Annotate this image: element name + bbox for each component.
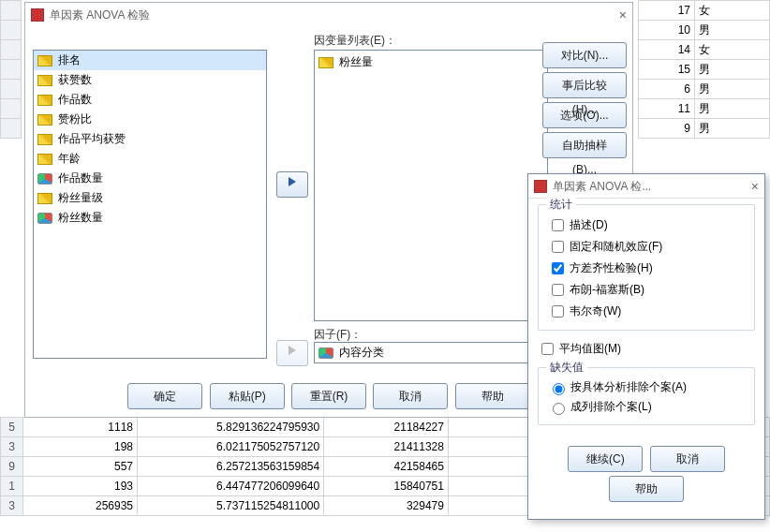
source-item[interactable]: 年龄 [34,149,266,169]
scale-icon [37,75,52,86]
cell[interactable]: 329479 [324,496,449,516]
variable-label: 粉丝量级 [58,190,103,206]
cancel-button[interactable]: 取消 [373,383,448,409]
nominal-icon [37,173,52,185]
cell[interactable]: 6 [639,80,695,99]
cell[interactable]: 256935 [23,496,138,516]
nominal-icon [37,213,52,224]
row-header[interactable]: 5 [1,418,23,437]
cell[interactable]: 14 [639,40,695,60]
dependent-item[interactable]: 粉丝量 [318,52,543,72]
reset-button[interactable]: 重置(R) [291,383,366,409]
cell[interactable]: 5.829136224795930 [138,418,324,437]
source-item[interactable]: 赞粉比 [34,110,266,129]
exclude-analysis-radio[interactable]: 按具体分析排除个案(A) [548,379,745,395]
options-help-button[interactable]: 帮助 [609,476,684,502]
cell[interactable]: 11 [639,99,695,119]
posthoc-button[interactable]: 事后比较(H)... [542,72,627,98]
scale-icon [37,134,52,145]
row-header[interactable] [1,99,22,119]
cell[interactable]: 1118 [23,418,138,437]
row-header[interactable] [1,40,22,60]
row-header[interactable] [1,1,22,21]
scale-icon [37,154,52,165]
cell[interactable]: 男 [695,119,770,139]
cell[interactable]: 6.447477206099640 [138,477,324,496]
dependent-variable-list[interactable]: 粉丝量 [314,50,548,321]
close-icon[interactable]: × [751,174,759,199]
brown-forsythe-checkbox[interactable]: 布朗-福塞斯(B) [548,281,745,299]
row-header[interactable]: 1 [1,477,23,496]
missing-values-group: 缺失值 按具体分析排除个案(A) 成列排除个案(L) [538,367,755,425]
mean-plot-checkbox[interactable]: 平均值图(M) [538,340,755,358]
row-header[interactable] [1,80,22,99]
variable-label: 粉丝数量 [58,210,103,226]
cell[interactable]: 17 [639,1,695,21]
factor-field[interactable]: 内容分类 [314,342,548,363]
help-button[interactable]: 帮助 [455,383,530,409]
scale-icon [318,57,333,68]
statistics-group-label: 统计 [546,197,576,213]
row-header[interactable] [1,119,22,139]
continue-button[interactable]: 继续(C) [568,446,643,472]
source-variable-list[interactable]: 排名获赞数作品数赞粉比作品平均获赞年龄作品数量粉丝量级粉丝数量 [33,50,267,359]
row-header[interactable]: 3 [1,496,23,516]
variable-label: 排名 [58,52,81,68]
cell[interactable]: 21411328 [324,437,449,457]
variable-label: 年龄 [58,151,81,167]
exclude-listwise-radio[interactable]: 成列排除个案(L) [548,399,745,415]
options-button[interactable]: 选项(O)... [542,102,627,128]
describe-checkbox[interactable]: 描述(D) [548,216,745,234]
app-icon [534,180,547,193]
dialog-title-text: 单因素 ANOVA 检验 [50,3,150,27]
missing-values-group-label: 缺失值 [546,360,587,376]
homogeneity-checkbox[interactable]: 方差齐性检验(H) [548,259,745,277]
move-to-factor-button[interactable] [276,340,308,366]
cell[interactable]: 10 [639,21,695,40]
variable-label: 作品数量 [58,170,103,186]
cell[interactable]: 5.737115254811000 [138,496,324,516]
source-item[interactable]: 排名 [34,51,266,70]
row-header[interactable]: 9 [1,457,23,477]
ok-button[interactable]: 确定 [127,383,202,409]
source-item[interactable]: 获赞数 [34,70,266,90]
source-item[interactable]: 粉丝量级 [34,188,266,208]
variable-label: 作品数 [58,92,92,108]
move-to-dependent-button[interactable] [276,171,308,198]
paste-button[interactable]: 粘贴(P) [210,383,285,409]
cell[interactable]: 15840751 [324,477,449,496]
cell[interactable]: 557 [23,457,138,477]
source-item[interactable]: 作品平均获赞 [34,129,266,149]
cell[interactable]: 男 [695,21,770,40]
close-icon[interactable]: × [619,3,627,27]
cell[interactable]: 15 [639,60,695,80]
contrast-button[interactable]: 对比(N)... [542,42,627,68]
app-icon [31,8,44,22]
row-header[interactable]: 3 [1,437,23,457]
source-item[interactable]: 作品数量 [34,169,266,188]
cell[interactable]: 6.257213563159854 [138,457,324,477]
options-cancel-button[interactable]: 取消 [650,446,725,472]
source-item[interactable]: 作品数 [34,90,266,110]
cell[interactable]: 女 [695,1,770,21]
row-header[interactable] [1,21,22,40]
row-header[interactable] [1,60,22,80]
dialog-titlebar: 单因素 ANOVA 检验 × [25,3,632,27]
cell[interactable]: 42158465 [324,457,449,477]
cell[interactable]: 9 [639,119,695,139]
cell[interactable]: 男 [695,60,770,80]
bootstrap-button[interactable]: 自助抽样(B)... [542,132,627,158]
welch-checkbox[interactable]: 韦尔奇(W) [548,303,745,320]
cell[interactable]: 女 [695,40,770,60]
cell[interactable]: 6.021175052757120 [138,437,324,457]
cell[interactable]: 198 [23,437,138,457]
cell[interactable]: 男 [695,99,770,119]
scale-icon [37,193,52,204]
cell[interactable]: 193 [23,477,138,496]
fixed-random-checkbox[interactable]: 固定和随机效应(F) [548,238,745,256]
cell[interactable]: 21184227 [324,418,449,437]
factor-value: 内容分类 [339,345,384,361]
svg-marker-1 [289,346,296,355]
cell[interactable]: 男 [695,80,770,99]
source-item[interactable]: 粉丝数量 [34,208,266,228]
